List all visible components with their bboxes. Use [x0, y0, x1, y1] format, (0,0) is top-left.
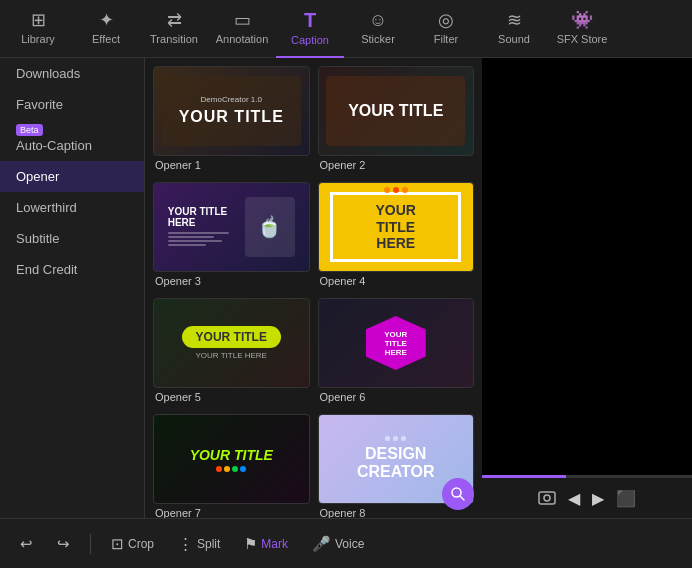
toolbar-caption[interactable]: T Caption	[276, 0, 344, 58]
sidebar-item-lowerthird[interactable]: Lowerthird	[0, 192, 144, 223]
list-item[interactable]: YOUR TITLE YOUR TITLE HERE Opener 5	[153, 298, 310, 406]
sidebar: Downloads Favorite Beta Auto-Caption Ope…	[0, 58, 145, 518]
redo-icon: ↪	[57, 535, 70, 553]
main-content: Downloads Favorite Beta Auto-Caption Ope…	[0, 58, 692, 518]
toolbar-filter[interactable]: ◎ Filter	[412, 0, 480, 58]
opener3-label: Opener 3	[153, 272, 310, 290]
opener1-thumb: DemoCreator 1.0 YOUR TITLE	[153, 66, 310, 156]
svg-point-3	[544, 495, 550, 501]
caption-icon: T	[304, 10, 316, 30]
toolbar-transition[interactable]: ⇄ Transition	[140, 0, 208, 58]
annotation-icon: ▭	[234, 11, 251, 29]
undo-icon: ↩	[20, 535, 33, 553]
sfxstore-icon: 👾	[571, 11, 593, 29]
opener7-thumb: YOUR TITLE	[153, 414, 310, 504]
opener6-label: Opener 6	[318, 388, 475, 406]
sidebar-item-end-credit[interactable]: End Credit	[0, 254, 144, 285]
list-item[interactable]: YOURTITLEHERE Opener 6	[318, 298, 475, 406]
toolbar-filter-label: Filter	[434, 33, 458, 45]
svg-line-1	[460, 496, 464, 500]
toolbar-transition-label: Transition	[150, 33, 198, 45]
toolbar-sfxstore-label: SFX Store	[557, 33, 608, 45]
sidebar-item-opener[interactable]: Opener	[0, 161, 144, 192]
grid-panel: DemoCreator 1.0 YOUR TITLE Opener 1 YOUR…	[145, 58, 482, 518]
mark-button[interactable]: ⚑ Mark	[236, 531, 296, 557]
toolbar-sfxstore[interactable]: 👾 SFX Store	[548, 0, 616, 58]
toolbar-annotation-label: Annotation	[216, 33, 269, 45]
library-icon: ⊞	[31, 11, 46, 29]
opener5-label: Opener 5	[153, 388, 310, 406]
play-button[interactable]: ▶	[592, 489, 604, 508]
items-grid: DemoCreator 1.0 YOUR TITLE Opener 1 YOUR…	[153, 66, 474, 518]
opener2-thumb: YOUR TITLE	[318, 66, 475, 156]
list-item[interactable]: YOUR TITLE Opener 7	[153, 414, 310, 518]
sidebar-item-subtitle[interactable]: Subtitle	[0, 223, 144, 254]
transition-icon: ⇄	[167, 11, 182, 29]
split-icon: ⋮	[178, 535, 193, 553]
list-item[interactable]: YOURTITLEHERE Opener 4	[318, 182, 475, 290]
filter-icon: ◎	[438, 11, 454, 29]
right-panel: ◀ ▶ ⬛	[482, 58, 692, 518]
beta-badge: Beta	[16, 124, 43, 136]
crop-button[interactable]: ⊡ Crop	[103, 531, 162, 557]
top-toolbar: ⊞ Library ✦ Effect ⇄ Transition ▭ Annota…	[0, 0, 692, 58]
sticker-icon: ☺	[369, 11, 387, 29]
sidebar-item-downloads[interactable]: Downloads	[0, 58, 144, 89]
split-button[interactable]: ⋮ Split	[170, 531, 228, 557]
sidebar-item-favorite[interactable]: Favorite	[0, 89, 144, 120]
opener1-label: Opener 1	[153, 156, 310, 174]
opener5-thumb: YOUR TITLE YOUR TITLE HERE	[153, 298, 310, 388]
redo-button[interactable]: ↪	[49, 531, 78, 557]
split-label: Split	[197, 537, 220, 551]
toolbar-caption-label: Caption	[291, 34, 329, 46]
sound-icon: ≋	[507, 11, 522, 29]
effect-icon: ✦	[99, 11, 114, 29]
undo-button[interactable]: ↩	[12, 531, 41, 557]
voice-icon: 🎤	[312, 535, 331, 553]
opener4-label: Opener 4	[318, 272, 475, 290]
voice-label: Voice	[335, 537, 364, 551]
toolbar-annotation[interactable]: ▭ Annotation	[208, 0, 276, 58]
fast-forward-button[interactable]: ⬛	[616, 489, 636, 508]
voice-button[interactable]: 🎤 Voice	[304, 531, 372, 557]
screenshot-button[interactable]	[538, 489, 556, 507]
sidebar-item-auto-caption[interactable]: Beta Auto-Caption	[0, 120, 144, 161]
crop-label: Crop	[128, 537, 154, 551]
opener3-thumb: YOUR TITLE HERE 🍵	[153, 182, 310, 272]
svg-rect-2	[539, 492, 555, 504]
toolbar-sticker[interactable]: ☺ Sticker	[344, 0, 412, 58]
opener7-label: Opener 7	[153, 504, 310, 518]
list-item[interactable]: YOUR TITLE Opener 2	[318, 66, 475, 174]
preview-controls: ◀ ▶ ⬛	[482, 478, 692, 518]
mark-icon: ⚑	[244, 535, 257, 553]
toolbar-sound-label: Sound	[498, 33, 530, 45]
opener4-thumb: YOURTITLEHERE	[318, 182, 475, 272]
toolbar-sound[interactable]: ≋ Sound	[480, 0, 548, 58]
toolbar-effect-label: Effect	[92, 33, 120, 45]
rewind-button[interactable]: ◀	[568, 489, 580, 508]
crop-icon: ⊡	[111, 535, 124, 553]
list-item[interactable]: YOUR TITLE HERE 🍵 Opener 3	[153, 182, 310, 290]
toolbar-library[interactable]: ⊞ Library	[4, 0, 72, 58]
search-button[interactable]	[442, 478, 474, 510]
list-item[interactable]: DemoCreator 1.0 YOUR TITLE Opener 1	[153, 66, 310, 174]
separator	[90, 534, 91, 554]
bottom-toolbar: ↩ ↪ ⊡ Crop ⋮ Split ⚑ Mark 🎤 Voice	[0, 518, 692, 568]
opener2-label: Opener 2	[318, 156, 475, 174]
timeline-bar	[482, 475, 692, 478]
timeline-progress	[482, 475, 566, 478]
toolbar-effect[interactable]: ✦ Effect	[72, 0, 140, 58]
toolbar-sticker-label: Sticker	[361, 33, 395, 45]
mark-label: Mark	[261, 537, 288, 551]
preview-area	[482, 58, 692, 475]
opener6-thumb: YOURTITLEHERE	[318, 298, 475, 388]
toolbar-library-label: Library	[21, 33, 55, 45]
